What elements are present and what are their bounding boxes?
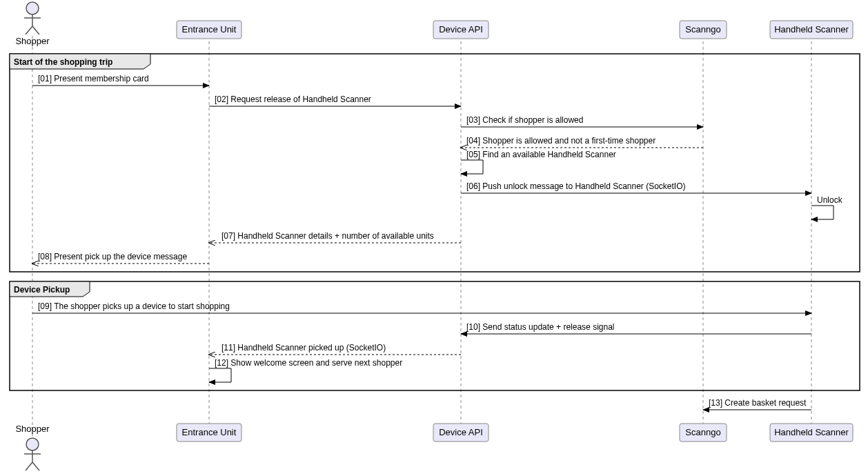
group-start-trip xyxy=(10,54,860,272)
svg-text:Entrance Unit: Entrance Unit xyxy=(182,427,237,437)
actor-shopper-label: Shopper xyxy=(15,36,50,46)
participant-scanngo-top: Scanngo xyxy=(680,21,727,39)
arrow-unlock xyxy=(811,206,834,219)
participant-device-api-top: Device API xyxy=(433,21,489,39)
svg-line-18 xyxy=(32,462,39,470)
svg-line-17 xyxy=(26,462,32,470)
arrow-m05 xyxy=(461,160,483,174)
group-device-pickup xyxy=(10,281,860,390)
participant-handheld-bottom: Handheld Scanner xyxy=(770,424,853,442)
svg-text:Handheld Scanner: Handheld Scanner xyxy=(774,24,849,34)
msg-05: [05] Find an available Handheld Scanner xyxy=(466,150,616,159)
participant-device-api-bottom: Device API xyxy=(433,424,489,442)
svg-text:Entrance Unit: Entrance Unit xyxy=(182,24,237,34)
group-label-start: Start of the shopping trip xyxy=(14,57,112,67)
sequence-diagram: Shopper Entrance Unit Device API Scanngo… xyxy=(0,0,868,476)
msg-10: [10] Send status update + release signal xyxy=(466,322,614,332)
svg-point-14 xyxy=(26,438,39,450)
msg-08: [08] Present pick up the device message xyxy=(38,252,187,261)
msg-11: [11] Handheld Scanner picked up (SocketI… xyxy=(221,343,386,353)
svg-text:Device API: Device API xyxy=(439,427,483,437)
msg-unlock: Unlock xyxy=(817,195,843,205)
msg-02: [02] Request release of Handheld Scanner xyxy=(215,95,371,104)
svg-text:Device API: Device API xyxy=(439,24,483,34)
group-label-pickup: Device Pickup xyxy=(14,285,70,295)
msg-04: [04] Shopper is allowed and not a first-… xyxy=(466,136,655,146)
svg-text:Handheld Scanner: Handheld Scanner xyxy=(774,427,849,437)
actor-shopper-top: Shopper xyxy=(15,2,50,46)
msg-07: [07] Handheld Scanner details + number o… xyxy=(221,231,434,241)
arrow-m12 xyxy=(209,368,231,382)
svg-line-3 xyxy=(26,26,32,34)
participant-entrance-bottom: Entrance Unit xyxy=(177,424,241,442)
svg-point-0 xyxy=(26,2,39,14)
msg-01: [01] Present membership card xyxy=(38,74,149,83)
msg-06: [06] Push unlock message to Handheld Sca… xyxy=(466,181,686,191)
participant-handheld-top: Handheld Scanner xyxy=(770,21,853,39)
actor-shopper-bottom: Shopper xyxy=(15,424,50,470)
svg-text:Shopper: Shopper xyxy=(15,424,50,434)
msg-12: [12] Show welcome screen and serve next … xyxy=(215,358,402,368)
svg-text:Scanngo: Scanngo xyxy=(685,427,720,437)
msg-09: [09] The shopper picks up a device to st… xyxy=(38,301,230,311)
participant-scanngo-bottom: Scanngo xyxy=(680,424,727,442)
msg-13: [13] Create basket request xyxy=(709,398,807,408)
svg-text:Scanngo: Scanngo xyxy=(685,24,720,34)
svg-line-4 xyxy=(32,26,39,34)
msg-03: [03] Check if shopper is allowed xyxy=(466,115,583,125)
participant-entrance-top: Entrance Unit xyxy=(177,21,241,39)
